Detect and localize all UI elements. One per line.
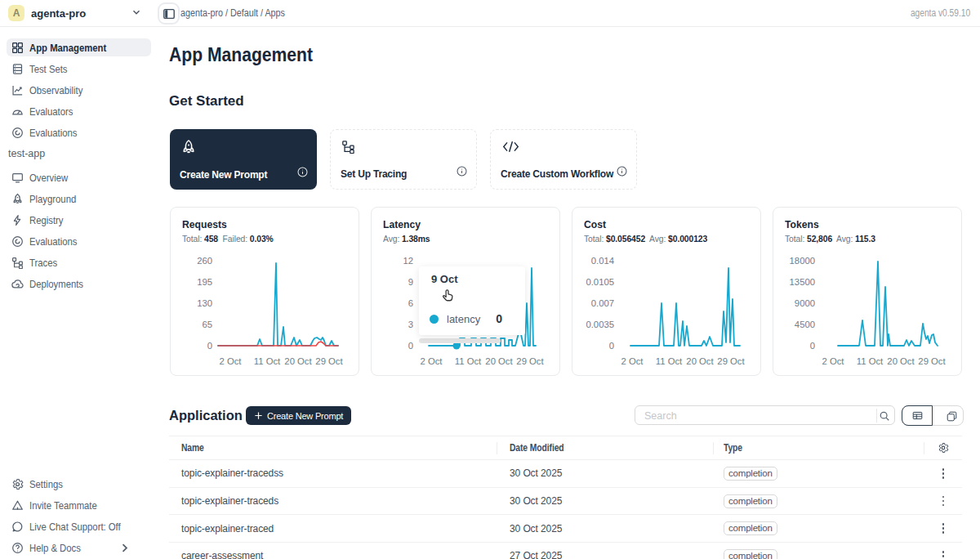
svg-text:0.007: 0.007 <box>591 298 614 308</box>
svg-text:130: 130 <box>197 298 212 308</box>
svg-text:2 Oct: 2 Oct <box>621 356 644 366</box>
svg-text:29 Oct: 29 Oct <box>516 356 544 366</box>
svg-text:20 Oct: 20 Oct <box>887 356 915 366</box>
svg-text:195: 195 <box>197 277 212 287</box>
svg-text:0: 0 <box>609 341 614 351</box>
svg-text:4500: 4500 <box>795 320 815 329</box>
svg-text:65: 65 <box>202 320 212 329</box>
svg-text:9: 9 <box>408 277 413 287</box>
svg-text:2 Oct: 2 Oct <box>822 356 845 366</box>
svg-text:2 Oct: 2 Oct <box>220 356 243 366</box>
svg-text:0: 0 <box>408 341 413 351</box>
svg-text:20 Oct: 20 Oct <box>686 356 714 366</box>
svg-text:260: 260 <box>197 256 212 266</box>
svg-text:11 Oct: 11 Oct <box>857 356 884 366</box>
svg-text:20 Oct: 20 Oct <box>485 356 513 366</box>
svg-text:6: 6 <box>408 298 413 308</box>
svg-text:2 Oct: 2 Oct <box>421 356 443 366</box>
svg-text:11 Oct: 11 Oct <box>455 356 482 366</box>
svg-text:0.0035: 0.0035 <box>586 320 614 329</box>
svg-text:0.014: 0.014 <box>591 256 614 266</box>
svg-text:11 Oct: 11 Oct <box>254 356 281 366</box>
svg-text:20 Oct: 20 Oct <box>284 356 312 366</box>
svg-text:0.0105: 0.0105 <box>586 277 614 287</box>
svg-text:29 Oct: 29 Oct <box>315 356 343 366</box>
svg-text:0: 0 <box>207 341 212 351</box>
svg-text:13500: 13500 <box>790 277 815 287</box>
svg-text:29 Oct: 29 Oct <box>717 356 745 366</box>
svg-text:12: 12 <box>403 256 413 266</box>
svg-text:11 Oct: 11 Oct <box>656 356 683 366</box>
svg-text:29 Oct: 29 Oct <box>918 356 946 366</box>
svg-text:9000: 9000 <box>795 298 815 308</box>
svg-text:0: 0 <box>810 341 815 351</box>
svg-text:18000: 18000 <box>790 256 815 266</box>
svg-text:3: 3 <box>408 320 413 329</box>
